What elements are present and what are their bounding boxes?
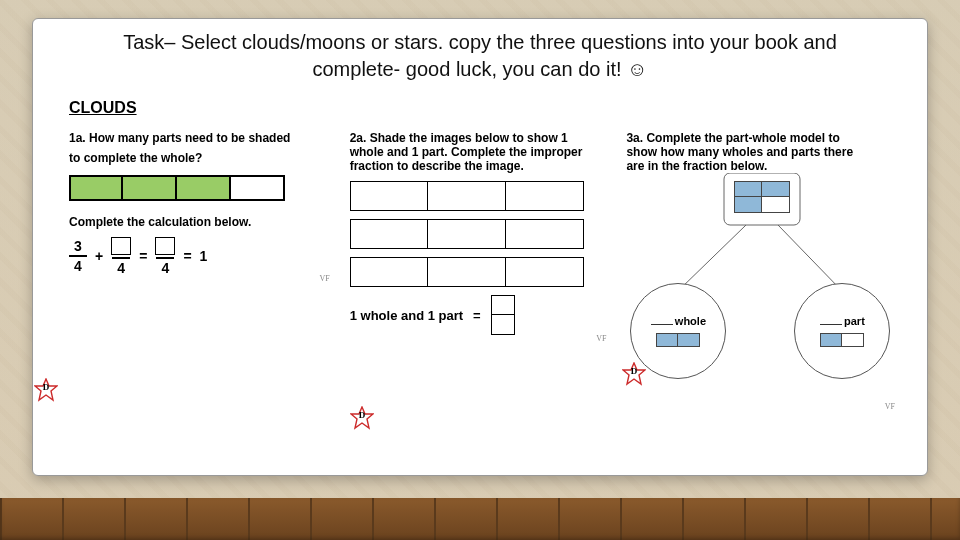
question-2: 2a. Shade the images below to show 1 who… [342,125,611,345]
question-3: 3a. Complete the part-whole model to sho… [618,125,899,413]
q1-result: 1 [200,248,208,264]
plus-sign: + [95,248,103,264]
q2-cell[interactable] [350,257,428,287]
difficulty-star-icon: D [350,406,374,430]
difficulty-star-icon: D [622,362,646,386]
q3-prompt-l1: 3a. Complete the part-whole model to [626,131,891,145]
fraction-bar-icon [69,255,87,257]
q2-cell[interactable] [350,219,428,249]
q3-top-cell-shaded [734,181,762,197]
q2-prompt-l1: 2a. Shade the images below to show 1 [350,131,603,145]
q1-cell-shaded [177,175,231,201]
equals-sign: = [139,248,147,264]
q3-whole-label: whole [675,315,706,327]
equals-sign: = [473,308,481,323]
footer-mark: VF [596,335,606,343]
q3-prompt-l2: show how many wholes and parts there [626,145,891,159]
q2-row [350,181,603,211]
q3-top-cell-shaded [762,181,790,197]
slide-floor-decor [0,498,960,540]
q3-part-circle: part [794,283,890,379]
q1-frac-blank2: 4 [155,237,175,275]
q3-part-bar [820,333,864,347]
q1-cell-empty [231,175,285,201]
q1-frac-den: 4 [72,259,84,273]
section-heading: CLOUDS [69,99,899,117]
task-line-2: complete- good luck, you can do it! ☺ [61,56,899,83]
q1-subprompt: Complete the calculation below. [69,215,326,229]
q2-eq-label: 1 whole and 1 part [350,308,463,323]
q1-frac-blank1: 4 [111,237,131,275]
q2-prompt-l2: whole and 1 part. Complete the improper [350,145,603,159]
task-line-1: Task– Select clouds/moons or stars. copy… [61,29,899,56]
q1-cell-shaded [123,175,177,201]
q1-equation: 3 4 + 4 = 4 = 1 [69,237,326,275]
fraction-bar-icon [112,257,130,259]
svg-line-1 [678,225,746,291]
equals-sign: = [183,248,191,264]
star-letter: D [350,411,374,420]
footer-mark: VF [319,275,329,283]
q3-whole-bar [656,333,700,347]
questions-row: 1a. How many parts need to be shaded to … [61,125,899,413]
q2-fraction-boxes [491,295,515,335]
answer-box[interactable] [491,295,515,315]
answer-box[interactable] [155,237,175,255]
q2-cell[interactable] [428,257,506,287]
q1-frac-num: 3 [72,239,84,253]
star-letter: D [622,367,646,376]
q1-frac-den3: 4 [159,261,171,275]
smiley-icon: ☺ [627,58,647,80]
q2-cell[interactable] [506,257,584,287]
question-1: 1a. How many parts need to be shaded to … [61,125,334,285]
q1-prompt-l1: 1a. How many parts need to be shaded [69,131,326,145]
part-whole-model: whole part [626,173,891,403]
q1-frac-known: 3 4 [69,239,87,273]
q2-row [350,257,603,287]
q2-grids [350,181,603,287]
svg-line-2 [778,225,842,291]
q2-prompt-l3: fraction to describe the image. [350,159,603,173]
q2-cell[interactable] [428,181,506,211]
footer-mark: VF [885,403,895,411]
q2-equation: 1 whole and 1 part = [350,295,603,335]
q2-cell[interactable] [428,219,506,249]
q2-row [350,219,603,249]
slide-card: Task– Select clouds/moons or stars. copy… [32,18,928,476]
q1-cell-shaded [69,175,123,201]
answer-box[interactable] [491,315,515,335]
q3-prompt-l3: are in the fraction below. [626,159,891,173]
q3-part-label: part [844,315,865,327]
difficulty-star-icon: D [34,378,58,402]
star-letter: D [34,383,58,392]
q3-top-fraction [734,181,790,213]
q3-top-cell-empty [762,197,790,213]
q2-cell[interactable] [506,219,584,249]
q1-frac-den2: 4 [115,261,127,275]
task-line-2-text: complete- good luck, you can do it! [312,58,627,80]
q2-cell[interactable] [350,181,428,211]
q3-top-cell-shaded [734,197,762,213]
q2-cell[interactable] [506,181,584,211]
answer-blank[interactable] [820,315,842,325]
q1-fraction-bar [69,175,326,201]
q1-prompt-l2: to complete the whole? [69,151,326,165]
answer-blank[interactable] [651,315,673,325]
answer-box[interactable] [111,237,131,255]
fraction-bar-icon [156,257,174,259]
